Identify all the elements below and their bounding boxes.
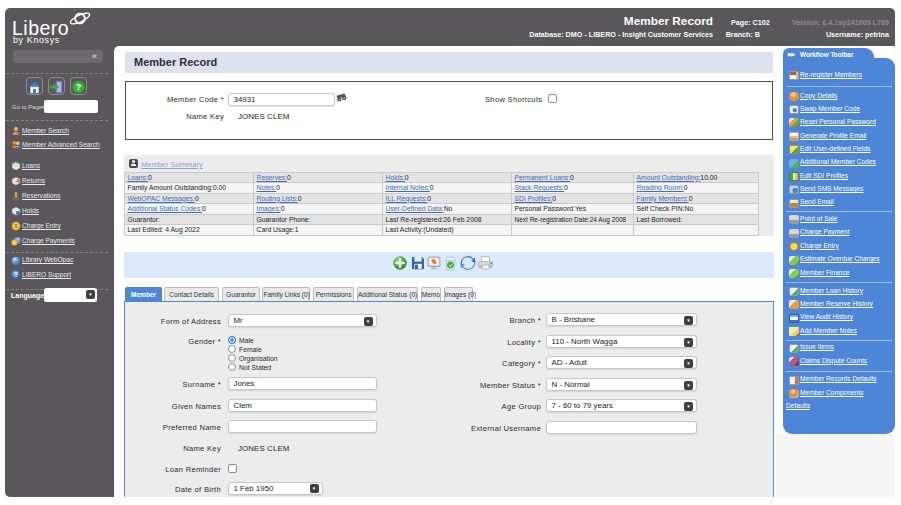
svg-text:?: ? [14, 272, 18, 279]
svg-text:?: ? [76, 82, 82, 92]
